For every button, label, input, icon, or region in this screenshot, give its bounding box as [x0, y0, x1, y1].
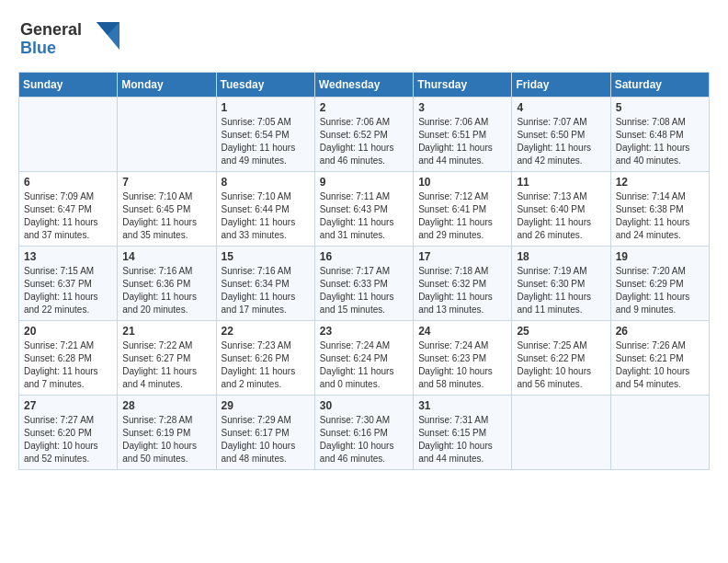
day-number: 27 [24, 399, 112, 412]
day-info: Sunrise: 7:16 AM Sunset: 6:34 PM Dayligh… [222, 265, 310, 316]
calendar-table: SundayMondayTuesdayWednesdayThursdayFrid… [18, 72, 710, 470]
calendar-cell: 31Sunrise: 7:31 AM Sunset: 6:15 PM Dayli… [414, 396, 512, 470]
day-number: 10 [418, 176, 506, 189]
day-info: Sunrise: 7:29 AM Sunset: 6:17 PM Dayligh… [222, 414, 310, 465]
week-row-3: 13Sunrise: 7:15 AM Sunset: 6:37 PM Dayli… [19, 247, 710, 321]
calendar-cell [19, 98, 118, 172]
calendar-cell: 1Sunrise: 7:05 AM Sunset: 6:54 PM Daylig… [216, 98, 314, 172]
calendar-cell: 22Sunrise: 7:23 AM Sunset: 6:26 PM Dayli… [216, 321, 314, 396]
week-row-1: 1Sunrise: 7:05 AM Sunset: 6:54 PM Daylig… [19, 98, 710, 172]
day-info: Sunrise: 7:30 AM Sunset: 6:16 PM Dayligh… [320, 414, 408, 465]
day-number: 20 [24, 325, 112, 338]
calendar-header-row: SundayMondayTuesdayWednesdayThursdayFrid… [19, 73, 710, 98]
day-number: 29 [222, 399, 310, 412]
day-info: Sunrise: 7:22 AM Sunset: 6:27 PM Dayligh… [122, 339, 210, 391]
day-number: 19 [616, 250, 704, 263]
day-number: 28 [122, 399, 210, 412]
day-number: 21 [122, 325, 210, 338]
day-number: 14 [122, 250, 210, 263]
day-number: 30 [320, 399, 408, 412]
day-info: Sunrise: 7:05 AM Sunset: 6:54 PM Dayligh… [222, 116, 310, 167]
week-row-4: 20Sunrise: 7:21 AM Sunset: 6:28 PM Dayli… [19, 321, 710, 396]
calendar-cell: 13Sunrise: 7:15 AM Sunset: 6:37 PM Dayli… [19, 247, 118, 321]
calendar-cell: 27Sunrise: 7:27 AM Sunset: 6:20 PM Dayli… [19, 396, 118, 470]
day-number: 11 [517, 176, 605, 189]
day-number: 7 [122, 176, 210, 189]
calendar-cell [512, 396, 610, 470]
day-number: 31 [418, 399, 506, 412]
calendar-cell: 16Sunrise: 7:17 AM Sunset: 6:33 PM Dayli… [314, 247, 413, 321]
col-header-saturday: Saturday [610, 73, 709, 98]
day-info: Sunrise: 7:07 AM Sunset: 6:50 PM Dayligh… [517, 116, 605, 167]
week-row-5: 27Sunrise: 7:27 AM Sunset: 6:20 PM Dayli… [19, 396, 710, 470]
calendar-cell [610, 396, 709, 470]
day-info: Sunrise: 7:17 AM Sunset: 6:33 PM Dayligh… [320, 265, 408, 316]
day-info: Sunrise: 7:24 AM Sunset: 6:24 PM Dayligh… [320, 339, 408, 391]
day-info: Sunrise: 7:25 AM Sunset: 6:22 PM Dayligh… [517, 339, 605, 391]
day-number: 25 [517, 325, 605, 338]
calendar-cell: 10Sunrise: 7:12 AM Sunset: 6:41 PM Dayli… [414, 172, 512, 247]
day-info: Sunrise: 7:20 AM Sunset: 6:29 PM Dayligh… [616, 265, 704, 316]
calendar-cell: 7Sunrise: 7:10 AM Sunset: 6:45 PM Daylig… [118, 172, 216, 247]
day-number: 16 [320, 250, 408, 263]
calendar-cell: 12Sunrise: 7:14 AM Sunset: 6:38 PM Dayli… [610, 172, 709, 247]
calendar-cell: 26Sunrise: 7:26 AM Sunset: 6:21 PM Dayli… [610, 321, 709, 396]
day-number: 17 [418, 250, 506, 263]
page-header: General Blue [18, 15, 710, 63]
logo: General Blue [18, 15, 119, 63]
day-number: 4 [517, 101, 605, 114]
calendar-cell: 3Sunrise: 7:06 AM Sunset: 6:51 PM Daylig… [414, 98, 512, 172]
day-info: Sunrise: 7:18 AM Sunset: 6:32 PM Dayligh… [418, 265, 506, 316]
day-number: 24 [418, 325, 506, 338]
day-info: Sunrise: 7:16 AM Sunset: 6:36 PM Dayligh… [122, 265, 210, 316]
col-header-thursday: Thursday [414, 73, 512, 98]
day-number: 6 [24, 176, 112, 189]
calendar-body: 1Sunrise: 7:05 AM Sunset: 6:54 PM Daylig… [19, 98, 710, 470]
day-number: 13 [24, 250, 112, 263]
calendar-cell: 24Sunrise: 7:24 AM Sunset: 6:23 PM Dayli… [414, 321, 512, 396]
calendar-cell: 5Sunrise: 7:08 AM Sunset: 6:48 PM Daylig… [610, 98, 709, 172]
calendar-cell: 19Sunrise: 7:20 AM Sunset: 6:29 PM Dayli… [610, 247, 709, 321]
day-number: 3 [418, 101, 506, 114]
calendar-cell: 28Sunrise: 7:28 AM Sunset: 6:19 PM Dayli… [118, 396, 216, 470]
calendar-cell: 25Sunrise: 7:25 AM Sunset: 6:22 PM Dayli… [512, 321, 610, 396]
day-number: 15 [222, 250, 310, 263]
day-info: Sunrise: 7:23 AM Sunset: 6:26 PM Dayligh… [222, 339, 310, 391]
col-header-friday: Friday [512, 73, 610, 98]
calendar-cell: 6Sunrise: 7:09 AM Sunset: 6:47 PM Daylig… [19, 172, 118, 247]
svg-text:General: General [20, 20, 82, 39]
day-number: 9 [320, 176, 408, 189]
calendar-cell: 23Sunrise: 7:24 AM Sunset: 6:24 PM Dayli… [314, 321, 413, 396]
col-header-wednesday: Wednesday [314, 73, 413, 98]
day-info: Sunrise: 7:08 AM Sunset: 6:48 PM Dayligh… [616, 116, 704, 167]
calendar-cell: 30Sunrise: 7:30 AM Sunset: 6:16 PM Dayli… [314, 396, 413, 470]
week-row-2: 6Sunrise: 7:09 AM Sunset: 6:47 PM Daylig… [19, 172, 710, 247]
calendar-cell: 29Sunrise: 7:29 AM Sunset: 6:17 PM Dayli… [216, 396, 314, 470]
day-number: 18 [517, 250, 605, 263]
day-number: 23 [320, 325, 408, 338]
svg-text:Blue: Blue [20, 39, 56, 57]
day-info: Sunrise: 7:10 AM Sunset: 6:44 PM Dayligh… [222, 190, 310, 242]
calendar-cell: 11Sunrise: 7:13 AM Sunset: 6:40 PM Dayli… [512, 172, 610, 247]
day-number: 2 [320, 101, 408, 114]
calendar-cell: 8Sunrise: 7:10 AM Sunset: 6:44 PM Daylig… [216, 172, 314, 247]
calendar-cell: 14Sunrise: 7:16 AM Sunset: 6:36 PM Dayli… [118, 247, 216, 321]
day-info: Sunrise: 7:10 AM Sunset: 6:45 PM Dayligh… [122, 190, 210, 242]
calendar-cell: 17Sunrise: 7:18 AM Sunset: 6:32 PM Dayli… [414, 247, 512, 321]
calendar-cell: 20Sunrise: 7:21 AM Sunset: 6:28 PM Dayli… [19, 321, 118, 396]
day-number: 22 [222, 325, 310, 338]
day-info: Sunrise: 7:27 AM Sunset: 6:20 PM Dayligh… [24, 414, 112, 465]
col-header-tuesday: Tuesday [216, 73, 314, 98]
day-info: Sunrise: 7:26 AM Sunset: 6:21 PM Dayligh… [616, 339, 704, 391]
day-number: 12 [616, 176, 704, 189]
day-number: 8 [222, 176, 310, 189]
day-info: Sunrise: 7:06 AM Sunset: 6:51 PM Dayligh… [418, 116, 506, 167]
calendar-cell: 2Sunrise: 7:06 AM Sunset: 6:52 PM Daylig… [314, 98, 413, 172]
day-info: Sunrise: 7:21 AM Sunset: 6:28 PM Dayligh… [24, 339, 112, 391]
day-number: 1 [222, 101, 310, 114]
day-number: 5 [616, 101, 704, 114]
calendar-cell [118, 98, 216, 172]
day-number: 26 [616, 325, 704, 338]
day-info: Sunrise: 7:11 AM Sunset: 6:43 PM Dayligh… [320, 190, 408, 242]
day-info: Sunrise: 7:09 AM Sunset: 6:47 PM Dayligh… [24, 190, 112, 242]
